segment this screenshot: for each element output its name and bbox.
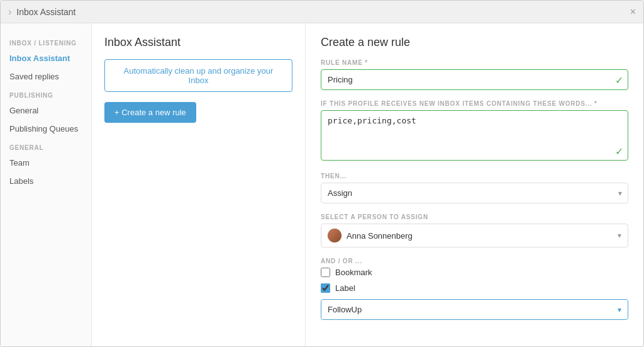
right-panel: Create a new rule RULE NAME * ✓ IF THIS …: [306, 23, 643, 346]
create-rule-title: Create a new rule: [321, 36, 628, 49]
words-input[interactable]: price,pricing,cost: [321, 110, 628, 161]
words-group: IF THIS PROFILE RECEIVES NEW INBOX ITEMS…: [321, 100, 628, 162]
main-layout: INBOX / LISTENING Inbox Assistant Saved …: [1, 23, 643, 346]
left-panel: Inbox Assistant Automatically clean up a…: [92, 23, 306, 346]
words-wrapper: price,pricing,cost ✓: [321, 110, 628, 162]
sidebar-item-publishing-queues[interactable]: Publishing Queues: [1, 120, 91, 138]
sidebar-item-team[interactable]: Team: [1, 154, 91, 172]
sidebar: INBOX / LISTENING Inbox Assistant Saved …: [1, 23, 92, 346]
title-bar: › Inbox Assistant ×: [1, 1, 643, 23]
nav-arrow-icon: ›: [8, 6, 11, 18]
assign-wrapper[interactable]: Anna Sonnenberg ▾: [321, 224, 628, 247]
bookmark-label[interactable]: Bookmark: [335, 268, 372, 277]
rule-name-label: RULE NAME *: [321, 59, 628, 66]
sidebar-item-saved-replies[interactable]: Saved replies: [1, 67, 91, 86]
assign-person-select[interactable]: Anna Sonnenberg ▾: [321, 224, 628, 247]
rule-name-check-icon: ✓: [615, 74, 623, 86]
sidebar-item-labels[interactable]: Labels: [1, 172, 91, 190]
bookmark-row: Bookmark: [321, 268, 628, 277]
rule-name-input[interactable]: [321, 69, 628, 90]
then-group: THEN... Assign Label Bookmark Archive ▾: [321, 173, 628, 203]
label-select-wrapper: FollowUp Pricing Support Sales ▾: [321, 299, 628, 320]
sidebar-section-general: GENERAL: [1, 138, 91, 154]
then-select-wrapper: Assign Label Bookmark Archive ▾: [321, 183, 628, 203]
app-window: › Inbox Assistant × INBOX / LISTENING In…: [0, 0, 644, 347]
then-label: THEN...: [321, 173, 628, 179]
title-bar-left: › Inbox Assistant: [8, 6, 76, 18]
info-box: Automatically clean up and organize your…: [104, 59, 292, 92]
window-title: Inbox Assistant: [16, 7, 75, 17]
content-area: Inbox Assistant Automatically clean up a…: [92, 23, 643, 346]
label-label[interactable]: Label: [335, 283, 355, 293]
assign-chevron-icon: ▾: [618, 231, 621, 240]
and-or-group: AND / OR ... Bookmark Label FollowU: [321, 258, 628, 320]
close-button[interactable]: ×: [630, 7, 636, 17]
label-select[interactable]: FollowUp Pricing Support Sales: [321, 300, 628, 319]
words-label: IF THIS PROFILE RECEIVES NEW INBOX ITEMS…: [321, 100, 628, 107]
label-checkbox[interactable]: [321, 283, 330, 293]
rule-name-group: RULE NAME * ✓: [321, 59, 628, 90]
rule-name-wrapper: ✓: [321, 69, 628, 90]
sidebar-item-general[interactable]: General: [1, 101, 91, 120]
assign-group: SELECT A PERSON TO ASSIGN Anna Sonnenber…: [321, 213, 628, 247]
left-panel-title: Inbox Assistant: [104, 36, 292, 49]
and-or-label: AND / OR ...: [321, 258, 628, 265]
words-check-icon: ✓: [615, 145, 623, 157]
assign-label: SELECT A PERSON TO ASSIGN: [321, 213, 628, 220]
sidebar-section-inbox: INBOX / LISTENING: [1, 33, 91, 49]
bookmark-checkbox[interactable]: [321, 268, 330, 277]
assign-person-name: Anna Sonnenberg: [347, 231, 413, 241]
create-rule-button[interactable]: + Create a new rule: [104, 102, 196, 123]
sidebar-item-inbox-assistant[interactable]: Inbox Assistant: [1, 49, 91, 67]
label-row: Label: [321, 283, 628, 293]
sidebar-section-publishing: PUBLISHING: [1, 86, 91, 101]
avatar: [328, 229, 341, 242]
then-select[interactable]: Assign Label Bookmark Archive: [321, 183, 628, 203]
